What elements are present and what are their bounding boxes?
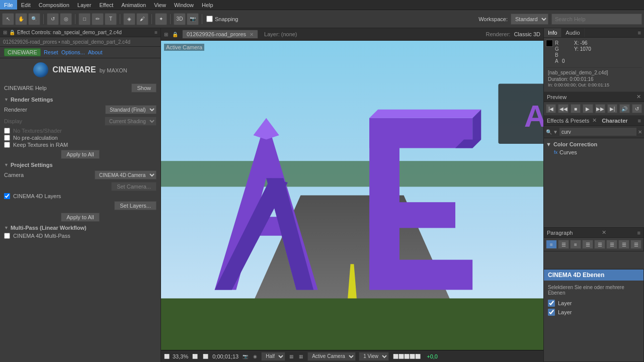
menu-window[interactable]: Window: [170, 0, 198, 10]
rect-tool[interactable]: □: [78, 13, 91, 25]
keep-textures-checkbox[interactable]: [4, 142, 10, 148]
quality-dropdown[interactable]: Half: [261, 352, 285, 361]
preview-loop[interactable]: ↺: [632, 104, 642, 113]
options-btn[interactable]: Options...: [61, 49, 85, 55]
b-label: B: [555, 52, 560, 58]
zoom-tool[interactable]: 🔍: [28, 13, 40, 25]
3d-tool[interactable]: 3D: [174, 13, 186, 25]
ep-clear-btn[interactable]: ✕: [638, 129, 642, 135]
renderer-label-comp: Renderer: Classic 3D: [486, 31, 540, 37]
effect-controls-title: Effect Controls: nab_special_demo_part_2…: [15, 30, 154, 35]
tab-audio[interactable]: Audio: [561, 28, 584, 37]
apply-all-btn-1[interactable]: Apply to All: [61, 150, 99, 159]
align-justify-all[interactable]: ☰: [630, 240, 641, 249]
view-dropdown[interactable]: Active Camera: [307, 352, 356, 361]
search-help-input[interactable]: [551, 14, 642, 25]
cineware-badge: CINEWARE: [4, 48, 41, 56]
render-settings-label: Render Settings: [11, 97, 53, 103]
menu-edit[interactable]: Edit: [17, 0, 35, 10]
panel-close-btn[interactable]: ≡: [635, 30, 644, 36]
para-controls: ≡ ☰ ≡ ☰ ☰ ☰ ☰ ☰: [544, 238, 643, 251]
preview-first[interactable]: |◀: [546, 104, 556, 113]
menu-animation[interactable]: Animation: [117, 0, 150, 10]
set-camera-btn[interactable]: Set Camera...: [111, 182, 156, 191]
preview-audio[interactable]: 🔊: [619, 104, 629, 113]
orbit-tool[interactable]: ◎: [60, 13, 72, 25]
preview-stop[interactable]: ■: [571, 104, 581, 113]
c4d-layer-2-checkbox[interactable]: [548, 309, 555, 316]
c4d-layers-checkbox[interactable]: [4, 193, 10, 199]
workspace-label: Workspace:: [478, 16, 508, 22]
ep-char-tab[interactable]: Character: [602, 118, 627, 124]
align-justify-last-center[interactable]: ☰: [606, 240, 617, 249]
align-justify-last-right[interactable]: ☰: [618, 240, 629, 249]
preview-menu[interactable]: ✕: [636, 94, 641, 100]
menu-layer[interactable]: Layer: [73, 0, 96, 10]
project-settings-arrow: ▼: [4, 162, 9, 167]
menu-help[interactable]: Help: [198, 0, 217, 10]
align-justify[interactable]: ☰: [582, 240, 593, 249]
text-tool[interactable]: T: [105, 13, 117, 25]
select-tool[interactable]: ↖: [2, 13, 14, 25]
align-left[interactable]: ≡: [546, 240, 557, 249]
comp-tab[interactable]: 012629926-road_prores ✕: [182, 30, 258, 39]
ep-triangle-icon: ▼: [546, 141, 551, 147]
no-precalc-label: No pre-calculation: [13, 135, 58, 141]
multi-pass-section[interactable]: ▼ Multi-Pass (Linear Workflow): [4, 225, 156, 231]
ep-color-correction[interactable]: ▼ Color Correction: [546, 140, 642, 148]
no-precalc-checkbox[interactable]: [4, 135, 10, 141]
puppet-tool[interactable]: ✦: [155, 13, 167, 25]
paint-tool[interactable]: 🖌: [136, 13, 148, 25]
pen-tool[interactable]: ✏: [92, 13, 104, 25]
align-center[interactable]: ☰: [558, 240, 569, 249]
display-dropdown[interactable]: Current Shading: [105, 117, 156, 126]
show-btn[interactable]: Show: [131, 83, 156, 93]
menu-effect[interactable]: Effect: [95, 0, 117, 10]
about-btn[interactable]: About: [88, 49, 103, 55]
camera-tool[interactable]: 📷: [187, 13, 199, 25]
cineware-help-label: CINEWARE Help: [4, 85, 47, 91]
ep-close[interactable]: ✕: [592, 117, 597, 124]
no-textures-checkbox[interactable]: [4, 128, 10, 134]
hand-tool[interactable]: ✋: [15, 13, 27, 25]
comp-header: ⊞ 🔒 012629926-road_prores ✕ Layer: (none…: [161, 28, 543, 41]
menu-file[interactable]: File: [0, 0, 17, 10]
ep-menu[interactable]: ≡: [638, 118, 641, 124]
apply-all-btn-2[interactable]: Apply to All: [61, 213, 99, 222]
workspace-dropdown[interactable]: Standard: [511, 14, 548, 25]
project-settings-section[interactable]: ▼ Project Settings: [4, 162, 156, 168]
cineware-logo: CINEWARE by MAXON: [4, 62, 156, 77]
menu-composition[interactable]: Composition: [35, 0, 73, 10]
snapping-checkbox[interactable]: [206, 16, 213, 22]
ep-header: Effects & Presets ✕ Character ≡: [544, 116, 644, 126]
para-menu[interactable]: ≡: [637, 230, 640, 236]
tab-info[interactable]: Info: [544, 28, 561, 37]
preview-prev[interactable]: ◀◀: [558, 104, 568, 113]
ep-curves-item[interactable]: fx Curves: [546, 148, 642, 156]
c4d-multi-pass-checkbox[interactable]: [4, 233, 10, 239]
ep-search-input[interactable]: [559, 127, 637, 136]
ep-search-icon: 🔍: [546, 129, 552, 135]
camera-dropdown[interactable]: CINEMA 4D Camera: [95, 170, 156, 179]
toolbar: ↖ ✋ 🔍 ↺ ◎ □ ✏ T ◈ 🖌 ✦ 3D 📷 Snapping Work…: [0, 10, 644, 28]
menu-view[interactable]: View: [150, 0, 170, 10]
c4d-layer-1-checkbox[interactable]: [548, 300, 555, 307]
set-layers-btn[interactable]: Set Layers...: [114, 201, 156, 210]
renderer-dropdown[interactable]: Standard (Final): [105, 105, 156, 114]
para-title: Paragraph: [547, 230, 573, 236]
preview-play[interactable]: ▶: [583, 104, 593, 113]
align-justify-last-left[interactable]: ☰: [594, 240, 605, 249]
para-close[interactable]: ✕: [602, 229, 606, 236]
clone-tool[interactable]: ◈: [123, 13, 135, 25]
align-right[interactable]: ≡: [570, 240, 581, 249]
svg-marker-14: [369, 110, 481, 118]
render-settings-section[interactable]: ▼ Render Settings: [4, 97, 156, 103]
comp-tab-close[interactable]: ✕: [250, 32, 254, 37]
preview-next[interactable]: ▶▶: [595, 104, 605, 113]
preview-controls: |◀ ◀◀ ■ ▶ ▶▶ ▶| 🔊 ↺: [544, 102, 644, 115]
rotate-tool[interactable]: ↺: [47, 13, 59, 25]
panel-menu-btn[interactable]: ≡: [154, 30, 157, 35]
layout-dropdown[interactable]: 1 View: [359, 352, 389, 361]
preview-last[interactable]: ▶|: [607, 104, 617, 113]
reset-btn[interactable]: Reset: [44, 49, 58, 55]
